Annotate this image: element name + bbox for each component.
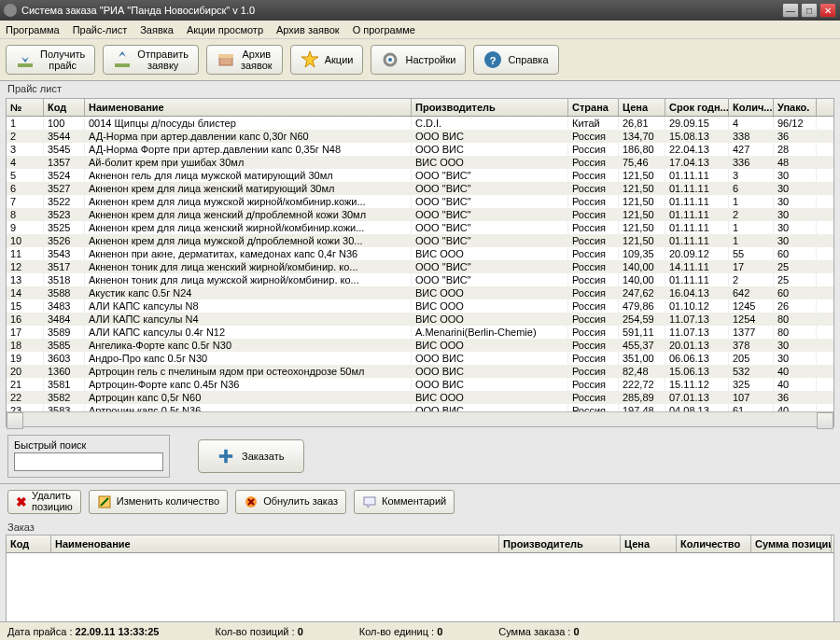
- menu-program[interactable]: Программа: [6, 24, 60, 35]
- col-mfr[interactable]: Производитель: [412, 99, 568, 116]
- download-icon: [16, 50, 35, 69]
- cell-ctry: Россия: [568, 130, 619, 143]
- delete-position-button[interactable]: ✖ Удалить позицию: [7, 490, 81, 514]
- cell-mfr: ООО ВИС: [412, 352, 568, 365]
- statusbar: Дата прайса : 22.09.11 13:33:25 Кол-во п…: [0, 621, 840, 640]
- table-row[interactable]: 173589АЛИ КАПС капсулы 0.4г N12A.Menarin…: [7, 326, 833, 339]
- cell-price: 254,59: [619, 313, 665, 326]
- table-row[interactable]: 223582Артроцин капс 0,5г N60ВИС ОООРосси…: [7, 391, 833, 404]
- comment-button[interactable]: Комментарий: [354, 490, 455, 514]
- close-button[interactable]: ✕: [819, 3, 836, 18]
- table-row[interactable]: 93525Акненон крем для лица женский жирно…: [7, 221, 833, 234]
- table-row[interactable]: 163484АЛИ КАПС капсулы N4ВИС ОООРоссия25…: [7, 313, 833, 326]
- cell-exp: 01.11.11: [665, 169, 729, 182]
- maximize-button[interactable]: □: [801, 3, 818, 18]
- col-kod[interactable]: Код: [44, 99, 85, 116]
- menu-archive[interactable]: Архив заявок: [276, 24, 340, 35]
- send-order-button[interactable]: Отправить заявку: [103, 45, 199, 75]
- cell-name: Акненон крем для лица мужской жирной/ком…: [85, 195, 412, 208]
- reset-label: Обнулить заказ: [263, 496, 338, 508]
- table-row[interactable]: 41357Ай-болит крем при ушибах 30млВИС ОО…: [7, 156, 833, 169]
- search-input[interactable]: [14, 452, 163, 471]
- table-row[interactable]: 33545АД-Норма Форте при артер.давлении к…: [7, 143, 833, 156]
- table-row[interactable]: 113543Акненон при акне, дерматитах, каме…: [7, 247, 833, 260]
- cell-name: Артроцин-Форте капс 0.45г N36: [85, 378, 412, 391]
- table-row[interactable]: 153483АЛИ КАПС капсулы N8ВИС ОООРоссия47…: [7, 299, 833, 313]
- cell-exp: 20.01.13: [665, 339, 729, 352]
- table-row[interactable]: 23544АД-Норма при артер.давлении капс 0,…: [7, 130, 833, 143]
- get-price-button[interactable]: Получить прайс: [6, 45, 95, 75]
- cell-qty: 61: [729, 404, 774, 411]
- col-price[interactable]: Цена: [619, 99, 665, 116]
- cell-price: 222,72: [619, 378, 665, 391]
- table-row[interactable]: 193603Андро-Про капс 0.5г N30ООО ВИСРосс…: [7, 352, 833, 365]
- promo-button[interactable]: Акции: [290, 45, 364, 75]
- table-row[interactable]: 83523Акненон крем для лица женский д/про…: [7, 208, 833, 221]
- cell-qty: 642: [729, 286, 774, 299]
- ocol-name[interactable]: Наименование: [51, 536, 499, 552]
- table-row[interactable]: 233583Артроцин капс 0.5г N36ООО ВИСРосси…: [7, 404, 833, 411]
- menu-promo[interactable]: Акции просмотр: [187, 24, 263, 35]
- col-country[interactable]: Страна: [568, 99, 619, 116]
- cell-pack: 25: [774, 273, 817, 286]
- table-row[interactable]: 73522Акненон крем для лица мужской жирно…: [7, 195, 833, 208]
- cell-pack: 30: [774, 234, 817, 247]
- settings-button[interactable]: Настройки: [371, 45, 466, 75]
- minimize-button[interactable]: —: [782, 3, 799, 18]
- help-icon: ?: [483, 50, 502, 69]
- cell-pack: 30: [774, 195, 817, 208]
- table-row[interactable]: 213581Артроцин-Форте капс 0.45г N36ООО В…: [7, 378, 833, 391]
- col-pack[interactable]: Упако.: [774, 99, 817, 116]
- table-row[interactable]: 201360Артроцин гель с пчелиным ядом при …: [7, 365, 833, 378]
- help-button[interactable]: ? Справка: [473, 45, 558, 75]
- cell-kod: 3524: [44, 169, 85, 182]
- cell-price: 121,50: [619, 169, 665, 182]
- cell-qty: 55: [729, 247, 774, 260]
- menubar: Программа Прайс-лист Заявка Акции просмо…: [0, 21, 840, 39]
- table-row[interactable]: 133518Акненон тоник для лица мужской жир…: [7, 273, 833, 286]
- col-qty[interactable]: Колич...: [729, 99, 774, 116]
- table-row[interactable]: 63527Акненон крем для лица женский матир…: [7, 182, 833, 195]
- cell-name: Андро-Про капс 0.5г N30: [85, 352, 412, 365]
- cell-kod: 3483: [44, 299, 85, 313]
- change-qty-button[interactable]: Изменить количество: [89, 490, 228, 514]
- table-row[interactable]: 103526Акненон крем для лица мужской д/пр…: [7, 234, 833, 247]
- cell-exp: 22.04.13: [665, 143, 729, 156]
- cell-pack: 26: [774, 299, 817, 313]
- cell-price: 134,70: [619, 130, 665, 143]
- menu-pricelist[interactable]: Прайс-лист: [73, 24, 128, 35]
- table-row[interactable]: 11000014 Щипцы д/посуды блистерC.D.I.Кит…: [7, 117, 833, 130]
- cell-mfr: ООО ВИС: [412, 365, 568, 378]
- table-row[interactable]: 123517Акненон тоник для лица женский жир…: [7, 260, 833, 273]
- col-expiry[interactable]: Срок годн...: [665, 99, 729, 116]
- ocol-qty[interactable]: Количество: [677, 536, 751, 552]
- ocol-price[interactable]: Цена: [621, 536, 677, 552]
- order-title: Заказ: [0, 520, 840, 535]
- cell-pack: 96/12: [774, 117, 817, 130]
- table-row[interactable]: 53524Акненон гель для лица мужской матир…: [7, 169, 833, 182]
- table-row[interactable]: 143588Акустик капс 0.5г N24ВИС ОООРоссия…: [7, 286, 833, 299]
- table-row[interactable]: 183585Ангелика-Форте капс 0.5г N30ВИС ОО…: [7, 339, 833, 352]
- menu-order[interactable]: Заявка: [140, 24, 174, 35]
- cell-exp: 01.11.11: [665, 208, 729, 221]
- price-grid-body[interactable]: 11000014 Щипцы д/посуды блистерC.D.I.Кит…: [7, 117, 833, 411]
- horizontal-scrollbar[interactable]: [7, 411, 833, 426]
- cell-mfr: ВИС ООО: [412, 286, 568, 299]
- cell-ctry: Россия: [568, 404, 619, 411]
- quick-search-label: Быстрый поиск: [14, 439, 163, 451]
- cell-exp: 01.11.11: [665, 273, 729, 286]
- cell-mfr: ООО "ВИС": [412, 182, 568, 195]
- cell-name: Ай-болит крем при ушибах 30мл: [85, 156, 412, 169]
- col-no[interactable]: №: [7, 99, 44, 116]
- cell-qty: 107: [729, 391, 774, 404]
- order-button[interactable]: Заказать: [198, 439, 304, 473]
- archive-button[interactable]: Архив заявок: [206, 45, 283, 75]
- cell-pack: 40: [774, 404, 817, 411]
- cell-price: 285,89: [619, 391, 665, 404]
- col-name[interactable]: Наименование: [85, 99, 412, 116]
- ocol-mfr[interactable]: Производитель: [499, 536, 621, 552]
- ocol-sum[interactable]: Сумма позиции: [751, 536, 832, 552]
- ocol-kod[interactable]: Код: [7, 536, 51, 552]
- reset-order-button[interactable]: Обнулить заказ: [235, 490, 346, 514]
- menu-about[interactable]: О программе: [353, 24, 415, 35]
